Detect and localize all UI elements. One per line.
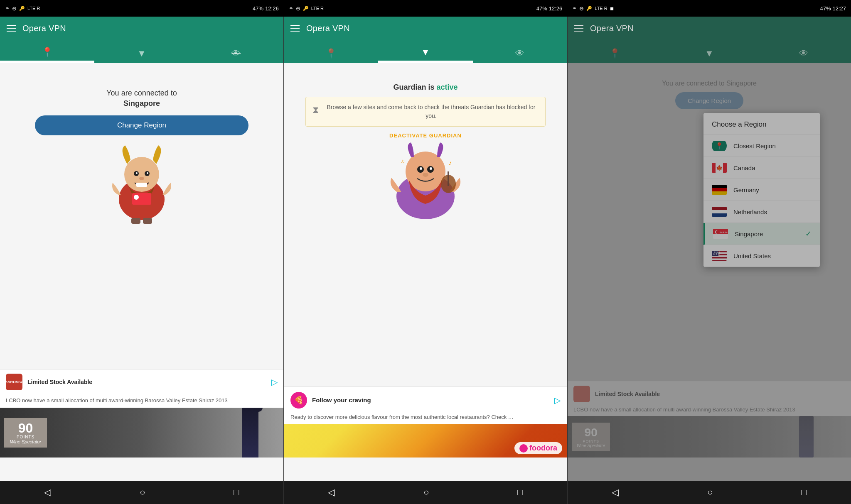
guardian-active-label: active xyxy=(437,83,458,91)
hamburger-menu-3[interactable] xyxy=(574,25,583,32)
panel-region-select: Opera VPN 📍 ▼ 👁 You are connected to Sin… xyxy=(568,17,851,504)
wifi-icon-3: ▼ xyxy=(705,48,714,59)
svg-point-18 xyxy=(423,173,428,177)
connected-text-1: You are connected to Singapore xyxy=(8,88,275,109)
panel-guardian-active: Opera VPN 📍 ▼ 👁 Guardian is active ⧗ Br xyxy=(284,17,568,504)
ad-title-1: Limited Stock Available xyxy=(27,379,92,385)
region-name-usa: United States xyxy=(733,252,812,259)
tab-bar-3: 📍 ▼ 👁 xyxy=(568,40,851,63)
time-2: 12:26 xyxy=(549,5,563,12)
deactivate-guardian-button[interactable]: DEACTIVATE GUARDIAN xyxy=(389,132,462,139)
svg-text:♫: ♫ xyxy=(401,158,405,164)
foodora-icon: 🍕 xyxy=(290,392,307,409)
svg-rect-29 xyxy=(712,191,727,195)
tab-vpn-2[interactable]: ▼ xyxy=(378,40,472,63)
tab-privacy-1[interactable]: 👁 xyxy=(189,40,283,63)
content-panel-3-dimmed: You are connected to Singapore Change Re… xyxy=(568,63,851,481)
key-icon-1: 🔑 xyxy=(19,6,25,11)
plex-icon-2: ▷ xyxy=(554,395,561,405)
wine-image-1: 90 POINTS Wine Spectator xyxy=(0,408,283,458)
back-button-1[interactable]: ◁ xyxy=(34,484,61,501)
svg-point-4 xyxy=(136,172,138,174)
region-item-closest[interactable]: 📍 Closest Region xyxy=(703,135,820,157)
tab-privacy-2[interactable]: 👁 xyxy=(473,40,567,63)
bluetooth-icon-2: ⚭ xyxy=(289,5,293,12)
region-item-singapore[interactable]: ★★★★★ Singapore ✓ xyxy=(703,223,820,245)
tab-bar-2: 📍 ▼ 👁 xyxy=(284,40,567,63)
flag-usa: ★★★ ★★★★ xyxy=(712,251,727,261)
app-bar-1: Opera VPN xyxy=(0,17,283,40)
svg-rect-10 xyxy=(131,218,140,224)
minus-icon-2: ⊖ xyxy=(296,5,300,12)
guardian-status-text: Guardian is active xyxy=(292,83,559,92)
bluetooth-icon-3: ⚭ xyxy=(572,5,577,12)
home-button-2[interactable]: ○ xyxy=(413,484,439,501)
flag-netherlands xyxy=(712,207,727,217)
flag-germany xyxy=(712,185,727,195)
eye-icon-1: 👁 xyxy=(231,48,241,59)
region-item-canada[interactable]: 🍁 Canada xyxy=(703,157,820,179)
wifi-icon-1: ▼ xyxy=(137,48,146,59)
svg-rect-28 xyxy=(712,188,727,191)
home-button-1[interactable]: ○ xyxy=(130,484,155,501)
svg-text:♪: ♪ xyxy=(448,159,452,166)
recent-button-3[interactable]: □ xyxy=(791,484,817,501)
panel-vpn-connected: Opera VPN 📍 ▼ 👁 You are connected to Sin… xyxy=(0,17,284,504)
singapore-check-icon: ✓ xyxy=(805,229,812,238)
photo-icon-3: ◼ xyxy=(610,6,614,11)
svg-point-17 xyxy=(430,167,432,170)
ad-card-3-dimmed: Limited Stock Available LCBO now have a … xyxy=(568,381,851,458)
location-icon-2: 📍 xyxy=(325,48,337,59)
svg-rect-34 xyxy=(713,234,728,239)
foodora-body: Ready to discover more delicious flavour… xyxy=(284,413,567,424)
svg-rect-41 xyxy=(712,257,727,259)
hamburger-menu-1[interactable] xyxy=(7,25,16,32)
app-title-2: Opera VPN xyxy=(306,24,350,33)
foodora-brand-text: foodora xyxy=(529,444,557,453)
app-bar-2: Opera VPN xyxy=(284,17,567,40)
lte-label-1: LTE R xyxy=(27,6,40,11)
guardian-mascot: ♪ ♫ xyxy=(380,142,471,221)
region-name-canada: Canada xyxy=(733,164,812,171)
svg-rect-25 xyxy=(723,163,727,173)
region-name-singapore: Singapore xyxy=(735,230,799,237)
minus-icon-3: ⊖ xyxy=(579,5,584,12)
region-name-germany: Germany xyxy=(733,186,812,193)
region-item-usa[interactable]: ★★★ ★★★★ United States xyxy=(703,245,820,267)
tab-privacy-3[interactable]: 👁 xyxy=(757,40,851,63)
content-panel-1: You are connected to Singapore Change Re… xyxy=(0,63,283,481)
foodora-card: 🍕 Follow your craving ▷ Ready to discove… xyxy=(284,387,567,458)
recent-button-2[interactable]: □ xyxy=(507,484,533,501)
foodora-title: Follow your craving xyxy=(312,396,371,404)
battery-3: 47% xyxy=(820,5,831,12)
viking-mascot-1 xyxy=(102,141,181,224)
app-bar-3: Opera VPN xyxy=(568,17,851,40)
svg-text:★★★★★: ★★★★★ xyxy=(719,231,728,233)
back-button-3[interactable]: ◁ xyxy=(602,484,629,501)
svg-rect-30 xyxy=(712,207,727,210)
svg-rect-27 xyxy=(712,185,727,188)
home-button-3[interactable]: ○ xyxy=(697,484,723,501)
bottom-nav-3: ◁ ○ □ xyxy=(568,481,851,504)
back-button-2[interactable]: ◁ xyxy=(318,484,345,501)
hamburger-menu-2[interactable] xyxy=(290,25,300,32)
change-region-button[interactable]: Change Region xyxy=(35,115,248,135)
hourglass-icon: ⧗ xyxy=(312,103,319,117)
eye-icon-2: 👁 xyxy=(515,48,524,59)
region-item-netherlands[interactable]: Netherlands xyxy=(703,201,820,223)
tab-location-3[interactable]: 📍 xyxy=(568,40,662,63)
tab-location-1[interactable]: 📍 xyxy=(0,40,94,63)
content-panel-2: Guardian is active ⧗ Browse a few sites … xyxy=(284,63,567,481)
tab-location-2[interactable]: 📍 xyxy=(284,40,378,63)
ad-body-1: LCBO now have a small allocation of mult… xyxy=(0,397,283,408)
guardian-notice-box: ⧗ Browse a few sites and come back to ch… xyxy=(305,97,546,127)
time-1: 12:26 xyxy=(265,5,279,12)
bottom-nav-1: ◁ ○ □ xyxy=(0,481,283,504)
tab-vpn-1[interactable]: ▼ xyxy=(94,40,189,63)
tab-vpn-3[interactable]: ▼ xyxy=(662,40,756,63)
region-item-germany[interactable]: Germany xyxy=(703,179,820,201)
app-title-1: Opera VPN xyxy=(22,24,66,33)
plex-icon-1: ▷ xyxy=(271,377,278,387)
recent-button-1[interactable]: □ xyxy=(224,484,249,501)
svg-rect-11 xyxy=(143,218,152,224)
